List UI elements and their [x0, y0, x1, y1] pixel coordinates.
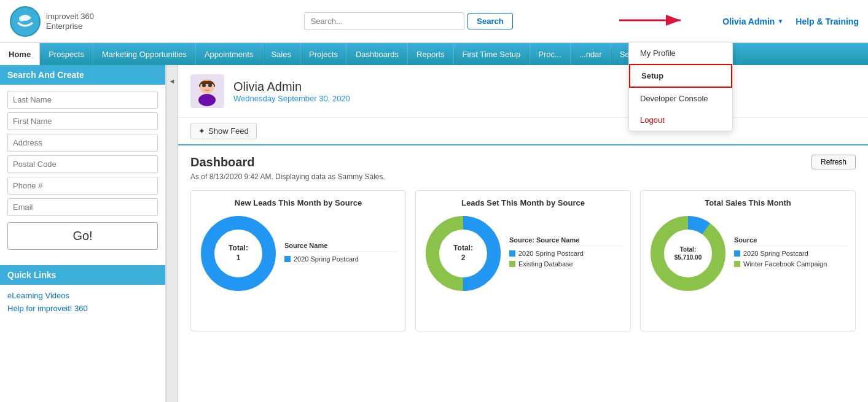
chart2-legend-item-1: Existing Database	[509, 260, 623, 268]
chart-leads-set: Leads Set This Month by Source Total:	[415, 190, 631, 331]
chart2-color-1	[509, 261, 515, 267]
logo-icon	[9, 6, 41, 37]
dashboard-subtitle: As of 8/13/2020 9:42 AM. Displaying data…	[190, 172, 856, 181]
chart1-color-0	[284, 256, 291, 262]
chart1-total: Total: 1	[229, 244, 248, 263]
chart2-total: Total: 2	[453, 244, 473, 263]
help-training-link[interactable]: Help & Training	[796, 17, 859, 26]
user-details: Olivia Admin Wednesday September 30, 202…	[233, 80, 350, 103]
quick-links-list: eLearning Videos Help for improveit! 360	[0, 285, 165, 323]
last-name-input[interactable]	[7, 91, 158, 109]
header: improveit 360 Enterprise Search Olivia A…	[0, 0, 868, 43]
chart3-donut: Total: $5,710.00	[648, 214, 728, 293]
chart3-legend: Source 2020 Spring Postcard Winter Faceb…	[734, 236, 848, 271]
chart2-legend-item-0: 2020 Spring Postcard	[509, 250, 623, 257]
chart3-label-0: 2020 Spring Postcard	[743, 250, 808, 257]
svg-point-2	[10, 7, 40, 36]
chart3-color-1	[734, 261, 740, 267]
search-input[interactable]	[304, 12, 465, 30]
chart1-donut: Total: 1	[198, 214, 278, 293]
postal-code-input[interactable]	[7, 155, 158, 173]
first-name-input[interactable]	[7, 112, 158, 130]
chart2-legend-title: Source: Source Name	[509, 236, 623, 246]
chart2-title: Leads Set This Month by Source	[423, 198, 623, 207]
chart3-legend-item-0: 2020 Spring Postcard	[734, 250, 848, 257]
header-right: Olivia Admin ▼ Help & Training	[722, 17, 859, 26]
chart1-legend: Source Name 2020 Spring Postcard	[284, 242, 398, 266]
help-improveit-link[interactable]: Help for improveit! 360	[7, 304, 158, 313]
chart-total-sales: Total Sales This Month Total: $	[640, 190, 856, 331]
email-input[interactable]	[7, 198, 158, 216]
dashboard-area: Dashboard Refresh As of 8/13/2020 9:42 A…	[178, 145, 868, 341]
logo-line2: Enterprise	[46, 21, 94, 31]
logo-text: improveit 360 Enterprise	[46, 12, 94, 31]
search-button[interactable]: Search	[467, 13, 512, 29]
avatar-image	[190, 74, 224, 108]
chart1-legend-title: Source Name	[284, 242, 398, 252]
main-content: Olivia Admin Wednesday September 30, 202…	[178, 65, 868, 402]
chart1-label-0: 2020 Spring Postcard	[294, 255, 359, 263]
chart2-legend: Source: Source Name 2020 Spring Postcard…	[509, 236, 623, 271]
chart1-body: Total: 1 Source Name 2020 Spring Postcar…	[198, 214, 398, 293]
chart3-color-0	[734, 250, 740, 257]
dropdown-my-profile[interactable]: My Profile	[629, 42, 732, 64]
elearning-link[interactable]: eLearning Videos	[7, 291, 158, 300]
user-dropdown-menu: My Profile Setup Developer Console Logou…	[628, 42, 733, 131]
chart2-label-1: Existing Database	[518, 260, 573, 268]
nav-reports[interactable]: Reports	[408, 43, 454, 65]
chart2-body: Total: 2 Source: Source Name 2020 Spring…	[423, 214, 623, 293]
user-info-bar: Olivia Admin Wednesday September 30, 202…	[178, 65, 868, 118]
go-button[interactable]: Go!	[7, 222, 158, 250]
svg-point-6	[198, 94, 216, 106]
feed-icon: ✦	[198, 126, 205, 136]
user-name-header: Olivia Admin	[722, 17, 775, 26]
chart1-title: New Leads This Month by Source	[198, 198, 398, 207]
sidebar-form: Go!	[0, 85, 165, 256]
main-layout: Search And Create Go! Quick Links eLearn…	[0, 65, 868, 402]
nav-marketing-opportunities[interactable]: Marketing Opportunities	[93, 43, 196, 65]
chart-new-leads: New Leads This Month by Source Total: 1	[190, 190, 406, 331]
nav-sales[interactable]: Sales	[262, 43, 300, 65]
chart3-title: Total Sales This Month	[648, 198, 848, 207]
svg-point-3	[19, 17, 24, 21]
dropdown-arrow-icon: ▼	[777, 18, 783, 25]
dropdown-setup[interactable]: Setup	[629, 64, 732, 88]
nav-home[interactable]: Home	[0, 43, 40, 65]
chart1-legend-item-0: 2020 Spring Postcard	[284, 255, 398, 263]
chart3-body: Total: $5,710.00 Source 2020 Spring Post…	[648, 214, 848, 293]
refresh-button[interactable]: Refresh	[811, 155, 856, 169]
nav-calendar[interactable]: ...ndar	[571, 43, 611, 65]
dropdown-developer-console[interactable]: Developer Console	[629, 88, 732, 109]
nav-proc[interactable]: Proc...	[530, 43, 571, 65]
navbar: Home Prospects Marketing Opportunities A…	[0, 43, 868, 65]
chart3-legend-item-1: Winter Facebook Campaign	[734, 260, 848, 268]
show-feed-area: ✦ Show Feed	[178, 118, 868, 145]
nav-first-time-setup[interactable]: First Time Setup	[454, 43, 530, 65]
user-avatar	[190, 74, 224, 108]
logo-area: improveit 360 Enterprise	[9, 6, 94, 37]
dashboard-title: Dashboard	[190, 155, 254, 169]
user-profile-date: Wednesday September 30, 2020	[233, 94, 350, 103]
address-input[interactable]	[7, 134, 158, 152]
show-feed-button[interactable]: ✦ Show Feed	[190, 123, 257, 139]
user-dropdown[interactable]: Olivia Admin ▼	[722, 17, 783, 26]
chart2-label-0: 2020 Spring Postcard	[518, 250, 584, 257]
nav-prospects[interactable]: Prospects	[40, 43, 93, 65]
dropdown-logout[interactable]: Logout	[629, 109, 732, 131]
search-area: Search	[304, 12, 513, 30]
sidebar-collapse-tab[interactable]: ◄	[166, 65, 178, 402]
chart2-color-0	[509, 250, 515, 257]
user-profile-name: Olivia Admin	[233, 80, 350, 94]
phone-input[interactable]	[7, 177, 158, 195]
chart3-legend-title: Source	[734, 236, 848, 246]
chart2-donut: Total: 2	[423, 214, 503, 293]
show-feed-label: Show Feed	[208, 126, 249, 136]
dashboard-title-row: Dashboard Refresh	[190, 155, 856, 169]
nav-appointments[interactable]: Appointments	[196, 43, 263, 65]
sidebar: Search And Create Go! Quick Links eLearn…	[0, 65, 166, 402]
nav-projects[interactable]: Projects	[300, 43, 347, 65]
nav-dashboards[interactable]: Dashboards	[347, 43, 408, 65]
chart3-label-1: Winter Facebook Campaign	[743, 260, 827, 268]
logo-line1: improveit 360	[46, 12, 94, 21]
search-create-header: Search And Create	[0, 65, 165, 85]
